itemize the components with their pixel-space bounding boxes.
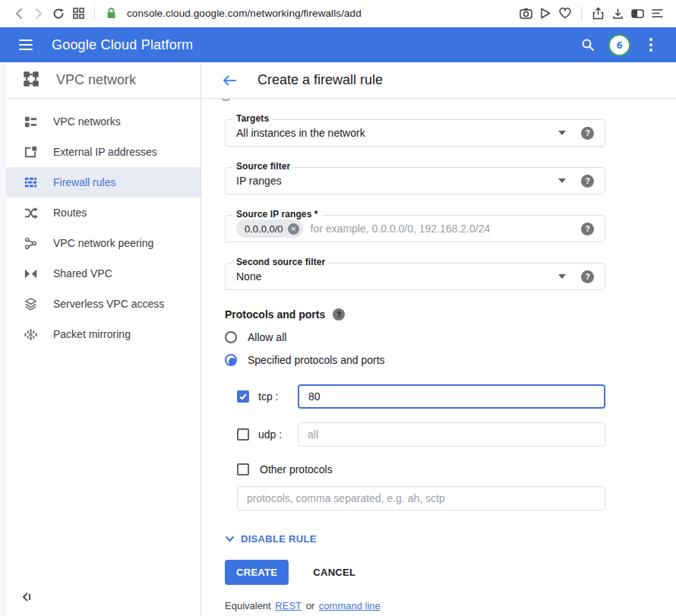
forward-nav-icon[interactable] — [29, 4, 49, 24]
help-icon[interactable] — [581, 223, 594, 235]
disable-rule-toggle[interactable]: DISABLE RULE — [225, 533, 605, 545]
help-icon[interactable] — [581, 270, 594, 283]
vpc-networks-icon — [23, 114, 38, 129]
collapse-sidebar-icon[interactable] — [21, 592, 32, 605]
sidebar-item-routes[interactable]: Routes — [0, 197, 201, 228]
main-content: Create a firewall rule Targets All insta… — [201, 62, 676, 616]
help-icon[interactable] — [333, 308, 345, 321]
rest-link[interactable]: REST — [275, 600, 302, 611]
create-button[interactable]: CREATE — [225, 560, 289, 585]
sidebar-item-firewall-rules[interactable]: Firewall rules — [0, 167, 201, 197]
firewall-icon — [23, 175, 38, 190]
window: console.cloud.google.com/networking/fire… — [0, 0, 676, 616]
firewall-form: Targets All instances in the network Sou… — [201, 99, 676, 616]
second-source-filter-select[interactable]: Second source filter None — [225, 263, 605, 290]
tcp-label: tcp : — [258, 390, 298, 403]
sidebar-item-external-ip-addresses[interactable]: External IP addresses — [0, 137, 201, 167]
gcp-app-bar: Google Cloud Platform 6 — [0, 27, 676, 62]
sidebar-item-packet-mirroring[interactable]: Packet mirroring — [0, 319, 201, 349]
other-protocols-input[interactable] — [237, 486, 605, 510]
toolbar-separator — [94, 7, 95, 21]
packet-mirroring-icon — [23, 327, 38, 342]
sidebar-item-shared-vpc[interactable]: Shared VPC — [0, 258, 201, 289]
play-icon[interactable] — [535, 4, 555, 24]
sidebar-item-serverless-vpc-access[interactable]: Serverless VPC access — [0, 289, 201, 319]
specified-protocols-radio[interactable]: Specified protocols and ports — [225, 354, 605, 366]
shared-vpc-icon — [23, 266, 38, 281]
source-ip-placeholder: for example, 0.0.0.0/0, 192.168.2.0/24 — [311, 223, 491, 235]
udp-ports-input[interactable] — [298, 422, 605, 447]
chevron-down-icon[interactable] — [558, 178, 566, 183]
download-icon[interactable] — [608, 4, 627, 24]
sidebar-item-label: External IP addresses — [53, 146, 157, 158]
hamburger-menu-icon[interactable] — [12, 31, 39, 58]
browser-menu-lines-icon[interactable] — [647, 4, 667, 24]
other-protocols-label: Other protocols — [260, 463, 333, 475]
page-title: Create a firewall rule — [257, 72, 383, 88]
external-ip-icon — [23, 144, 38, 160]
sidebar-item-label: VPC network peering — [53, 237, 153, 249]
screenshot-camera-icon[interactable] — [516, 4, 535, 24]
back-arrow-icon[interactable] — [216, 67, 244, 94]
chip-remove-icon[interactable] — [288, 223, 299, 235]
page-header: Create a firewall rule — [201, 62, 676, 99]
form-actions: CREATE CANCEL — [225, 560, 605, 585]
command-line-link[interactable]: command line — [319, 600, 381, 611]
sidebar-header: VPC network — [0, 62, 201, 99]
routes-icon — [23, 205, 38, 220]
vpc-network-logo-icon — [21, 69, 41, 92]
sidebar-item-label: Routes — [53, 207, 87, 219]
targets-select[interactable]: Targets All instances in the network — [225, 119, 605, 147]
source-filter-label: Source filter — [232, 161, 294, 172]
udp-row: udp : — [237, 422, 605, 447]
sidebar-item-label: Shared VPC — [53, 267, 112, 280]
serverless-icon — [23, 296, 38, 311]
tcp-checkbox[interactable] — [237, 390, 249, 403]
back-nav-icon[interactable] — [9, 4, 29, 24]
search-icon[interactable] — [575, 32, 601, 58]
help-icon[interactable] — [581, 127, 594, 140]
tcp-row: tcp : — [237, 384, 605, 409]
url-text[interactable]: console.cloud.google.com/networking/fire… — [127, 8, 362, 19]
equivalent-links-line: Equivalent REST or command line — [225, 600, 605, 611]
ip-range-chip-text: 0.0.0.0/0 — [245, 223, 283, 235]
browser-toolbar: console.cloud.google.com/networking/fire… — [0, 0, 676, 27]
tabs-grid-icon[interactable] — [68, 4, 88, 24]
source-ip-ranges-field[interactable]: Source IP ranges * 0.0.0.0/0 for example… — [225, 215, 605, 242]
chevron-down-icon[interactable] — [558, 274, 566, 279]
udp-label: udp : — [258, 428, 298, 441]
source-filter-select[interactable]: Source filter IP ranges — [225, 167, 605, 194]
peering-icon — [23, 235, 38, 251]
sidebar-item-vpc-network-peering[interactable]: VPC network peering — [0, 228, 201, 258]
other-protocols-checkbox[interactable] — [237, 463, 249, 475]
source-ip-ranges-label: Source IP ranges * — [232, 209, 322, 220]
sidebar-item-label: VPC networks — [53, 115, 121, 128]
tcp-ports-input[interactable] — [298, 384, 605, 409]
sidebar-title: VPC network — [56, 72, 136, 88]
account-avatar[interactable]: 6 — [608, 34, 630, 56]
sidebar-nav: VPC networks External IP addresses Firew… — [0, 99, 201, 349]
sidebar-item-label: Firewall rules — [53, 176, 115, 188]
bookmark-heart-icon[interactable] — [555, 4, 575, 24]
overflow-menu-icon[interactable] — [638, 32, 664, 58]
secure-lock-icon[interactable] — [101, 4, 121, 24]
ip-range-chip[interactable]: 0.0.0.0/0 — [236, 220, 303, 238]
share-icon[interactable] — [588, 4, 608, 24]
cancel-button[interactable]: CANCEL — [313, 567, 355, 578]
sidebar-toggle-icon[interactable] — [627, 4, 647, 24]
source-filter-value: IP ranges — [236, 175, 282, 187]
udp-checkbox[interactable] — [237, 428, 249, 441]
other-protocols-row[interactable]: Other protocols — [237, 463, 605, 475]
chevron-down-icon[interactable] — [558, 131, 566, 135]
gcp-brand-title[interactable]: Google Cloud Platform — [52, 37, 193, 53]
targets-value: All instances in the network — [236, 127, 365, 139]
reload-icon[interactable] — [49, 4, 68, 24]
help-icon[interactable] — [581, 175, 594, 188]
allow-all-radio[interactable]: Allow all — [225, 331, 605, 343]
radio-selected-icon[interactable] — [225, 354, 237, 366]
targets-label: Targets — [232, 113, 273, 124]
radio-unselected-icon[interactable] — [225, 331, 237, 343]
sidebar-item-vpc-networks[interactable]: VPC networks — [0, 106, 201, 137]
second-source-filter-label: Second source filter — [232, 257, 329, 267]
protocols-and-ports-heading: Protocols and ports — [225, 308, 605, 321]
